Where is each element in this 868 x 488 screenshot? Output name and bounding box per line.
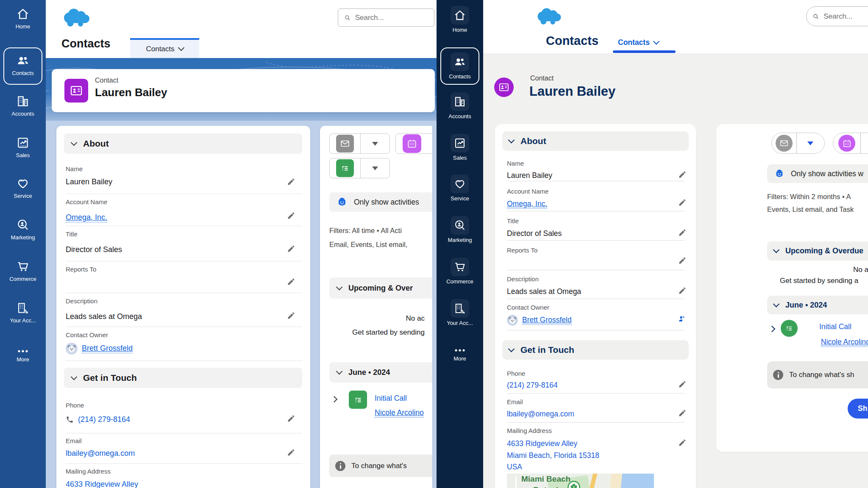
owner-link[interactable]: Brett Grossfeld — [522, 316, 572, 325]
email-dropdown-button[interactable] — [797, 141, 824, 145]
section-month-june-2024[interactable]: June • 2024 — [329, 362, 432, 383]
change-owner-icon[interactable] — [677, 315, 686, 323]
edit-icon[interactable] — [678, 198, 687, 207]
info-icon — [773, 370, 783, 380]
contact-record-icon — [494, 78, 514, 97]
sidebar-item-sales[interactable]: Sales — [0, 136, 46, 158]
page-title: Contacts — [546, 34, 598, 48]
edit-icon[interactable] — [287, 277, 295, 286]
sidebar-item-commerce[interactable]: Commerce — [437, 258, 483, 285]
edit-icon[interactable] — [287, 448, 295, 457]
section-upcoming-overdue[interactable]: Upcoming & Over — [329, 277, 432, 299]
new-event-button[interactable] — [833, 135, 860, 152]
edit-icon[interactable] — [678, 256, 687, 265]
address-link[interactable]: 4633 Ridgeview Alley — [66, 480, 138, 488]
field-label: Phone — [66, 402, 84, 409]
sidebar-item-marketing[interactable]: Marketing — [437, 216, 483, 243]
edit-icon[interactable] — [678, 170, 687, 179]
sidebar-item-service[interactable]: Service — [0, 176, 46, 199]
edit-icon[interactable] — [287, 311, 295, 320]
edit-icon[interactable] — [678, 380, 687, 388]
address-line3-link[interactable]: USA — [507, 463, 522, 471]
event-button-group — [395, 133, 432, 154]
sidebar-item-marketing[interactable]: Marketing — [0, 218, 46, 241]
edit-icon[interactable] — [287, 177, 295, 186]
sidebar-item-sales[interactable]: Sales — [437, 134, 483, 161]
new-event-button[interactable] — [396, 134, 428, 153]
activity-filters-line1[interactable]: Filters: All time • All Acti — [329, 227, 402, 235]
section-upcoming-overdue[interactable]: Upcoming & Overdue — [767, 241, 868, 261]
sidebar-item-contacts[interactable]: Contacts — [437, 53, 483, 80]
sidebar-item-commerce[interactable]: Commerce — [0, 259, 46, 282]
email-dropdown-button[interactable] — [361, 142, 389, 146]
show-all-activities-button[interactable]: Sh — [848, 399, 868, 419]
tab-contacts[interactable]: Contacts — [618, 38, 659, 47]
expand-task-chevron[interactable] — [331, 396, 338, 403]
sidebar-item-home[interactable]: Home — [0, 7, 46, 30]
global-search[interactable] — [806, 6, 868, 26]
field-label: Reports To — [66, 266, 96, 273]
email-link[interactable]: lbailey@omega.com — [66, 449, 135, 458]
global-search[interactable] — [338, 8, 434, 27]
sidebar-item-accounts[interactable]: Accounts — [0, 94, 46, 117]
section-month-june-2024[interactable]: June • 2024 — [767, 296, 868, 314]
phone-link[interactable]: (214) 279-8164 — [78, 415, 130, 424]
phone-link[interactable]: (214) 279-8164 — [507, 381, 558, 390]
contacts-icon — [16, 53, 30, 68]
sidebar-item-more[interactable]: More — [437, 347, 483, 362]
edit-icon[interactable] — [287, 244, 295, 253]
task-title-link[interactable]: Initial Call — [375, 394, 407, 403]
edit-icon[interactable] — [287, 414, 295, 423]
no-activities-text: No a — [853, 266, 868, 274]
task-dropdown-button[interactable] — [361, 166, 389, 170]
einstein-activity-toggle[interactable]: Only show activities w — [767, 164, 868, 183]
task-contact-link[interactable]: Nicole Arcolino — [821, 338, 868, 347]
phone-row: (214) 279-8164 — [66, 415, 130, 424]
expand-task-chevron[interactable] — [769, 326, 776, 333]
section-about[interactable]: About — [64, 133, 302, 154]
new-task-button[interactable] — [330, 159, 360, 177]
home-icon — [453, 8, 467, 22]
email-link[interactable]: lbailey@omega.com — [507, 410, 574, 419]
edit-icon[interactable] — [678, 438, 687, 447]
compose-email-button[interactable] — [772, 135, 796, 152]
field-label: Description — [507, 275, 539, 283]
edit-icon[interactable] — [678, 228, 687, 237]
section-get-in-touch[interactable]: Get in Touch — [502, 340, 689, 360]
tab-contacts[interactable]: Contacts — [130, 38, 199, 58]
sidebar-item-home[interactable]: Home — [437, 6, 483, 33]
section-about[interactable]: About — [502, 131, 689, 151]
einstein-activity-toggle[interactable]: Only show activities — [329, 192, 432, 212]
task-title-link[interactable]: Initial Call — [819, 322, 851, 331]
edit-icon[interactable] — [678, 286, 687, 295]
search-input[interactable] — [355, 14, 428, 22]
task-item-icon — [781, 320, 798, 337]
record-type-label: Contact — [530, 75, 554, 82]
edit-icon[interactable] — [678, 409, 687, 417]
task-contact-link[interactable]: Nicole Arcolino — [375, 408, 424, 418]
salesforce-logo — [61, 6, 92, 28]
more-icon — [453, 347, 467, 353]
owner-link[interactable]: Brett Grossfeld — [82, 344, 133, 353]
more-icon — [16, 348, 30, 354]
app-header: Contacts Contacts — [483, 0, 868, 54]
sidebar-item-your-account[interactable]: Your Acc... — [437, 299, 483, 326]
account-link[interactable]: Omega, Inc. — [66, 213, 107, 222]
record-name: Lauren Bailey — [529, 84, 615, 99]
sidebar-item-your-account[interactable]: Your Acc... — [0, 301, 46, 324]
account-link[interactable]: Omega, Inc. — [507, 200, 547, 209]
field-label: Mailing Address — [507, 427, 552, 434]
sidebar-item-contacts[interactable]: Contacts — [0, 53, 46, 76]
address-line2-link[interactable]: Miami Beach, Florida 15318 — [507, 451, 599, 460]
sidebar-item-service[interactable]: Service — [437, 175, 483, 202]
contact-owner-row: Brett Grossfeld — [66, 343, 133, 355]
address-line1-link[interactable]: 4633 Ridgeview Alley — [507, 439, 577, 448]
sidebar-item-accounts[interactable]: Accounts — [437, 92, 483, 119]
compose-email-button[interactable] — [330, 135, 360, 152]
search-input[interactable] — [823, 12, 868, 21]
sidebar-item-more[interactable]: More — [0, 348, 46, 363]
activity-filters-line1[interactable]: Filters: Within 2 months • A — [767, 193, 851, 201]
edit-icon[interactable] — [287, 211, 295, 220]
section-get-in-touch[interactable]: Get in Touch — [64, 368, 302, 388]
field-label: Name — [507, 160, 524, 167]
